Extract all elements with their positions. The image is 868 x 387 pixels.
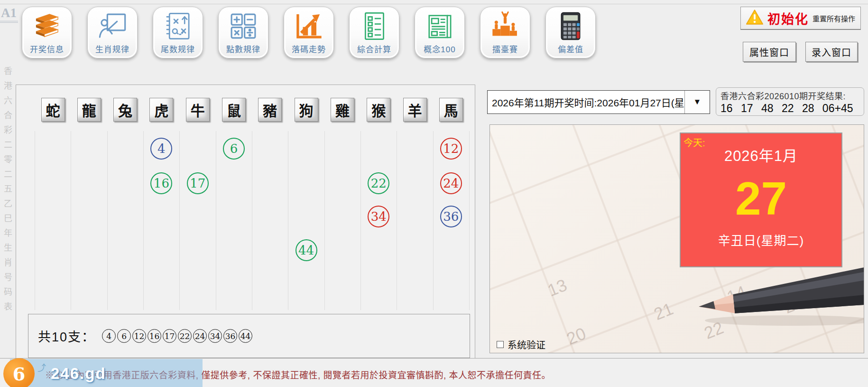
grid-line xyxy=(360,131,361,310)
zodiac-tab-label: 龍 xyxy=(82,99,96,120)
watermark-logo-icon: 6 xyxy=(3,358,35,387)
zodiac-tab-label: 鼠 xyxy=(227,99,241,120)
toolbar-button-strategy-notebook[interactable]: 尾数规律 xyxy=(153,7,203,58)
toolbar-button-newspaper[interactable]: 概念100 xyxy=(415,7,465,58)
ball-36: 36 xyxy=(440,206,462,227)
left-vertical-title: 香港六合彩二零二五乙巳年生肖号码表 xyxy=(1,66,13,337)
toolbar-button-teacher-board[interactable]: 生肖规律 xyxy=(87,7,138,58)
ball-17: 17 xyxy=(187,172,209,194)
date-card: 今天: 2026年1月 27 辛丑日(星期二) xyxy=(680,132,842,267)
toolbar-button-podium[interactable]: 擂臺賽 xyxy=(480,7,530,58)
result-box: 香港六合彩2026010期开奖结果: 16 17 48 22 28 06+45 xyxy=(716,87,864,116)
entry-window-button[interactable]: 录入窗口 xyxy=(805,42,858,62)
ball-34: 34 xyxy=(368,206,389,227)
grid-line xyxy=(216,131,216,310)
top-divider xyxy=(0,4,868,4)
grid-line xyxy=(324,131,325,310)
books-icon xyxy=(22,7,72,41)
zodiac-tab-1[interactable]: 蛇 xyxy=(41,98,65,122)
calendar-day: 27 xyxy=(681,174,841,223)
toolbar-button-trend-chart[interactable]: 落碼走勢 xyxy=(284,7,334,58)
zodiac-tab-label: 馬 xyxy=(444,99,458,120)
init-button[interactable]: 初始化 重置所有操作 xyxy=(740,7,861,30)
toolbar-button-math-operators[interactable]: 點數規律 xyxy=(218,7,268,58)
period-dropdown[interactable]: 2026年第11期开奖时间:2026年01月27日(星期二) ▼ xyxy=(487,90,710,114)
ball-6: 6 xyxy=(223,138,245,160)
zodiac-chart-panel: 蛇龍兔虎牛鼠豬狗雞猴羊馬 461216172224343644 共10支： 46… xyxy=(16,85,475,364)
calendar-panel: 131421202229 今天: 2026年1月 27 辛丑日(星期二) xyxy=(489,124,864,353)
zodiac-tab-label: 虎 xyxy=(154,99,168,120)
init-button-label: 初始化 xyxy=(767,9,809,28)
zodiac-tab-label: 兔 xyxy=(118,99,132,120)
summary-ball-24: 24 xyxy=(193,329,207,343)
grid-line xyxy=(107,131,108,310)
result-title: 香港六合彩2026010期开奖结果: xyxy=(720,89,859,102)
grid-line xyxy=(35,131,35,310)
zodiac-tab-label: 羊 xyxy=(408,99,422,120)
system-verify-label: 系统验证 xyxy=(508,338,545,351)
zodiac-tab-9[interactable]: 雞 xyxy=(331,98,354,122)
newspaper-icon xyxy=(415,7,464,41)
summary-numbers: 461216172224343644 xyxy=(102,329,254,343)
grid-line xyxy=(179,131,180,310)
app-window: A1 开奖信息 生肖规律 尾数规律 點數規律 xyxy=(0,0,868,387)
ball-24: 24 xyxy=(440,172,462,194)
checklist-icon xyxy=(350,7,399,41)
checkbox-box[interactable] xyxy=(497,341,504,348)
zodiac-tab-label: 蛇 xyxy=(46,99,60,120)
summary-box: 共10支： 461216172224343644 xyxy=(28,314,470,358)
system-verify-checkbox[interactable]: 系统验证 xyxy=(497,338,545,351)
grid-line xyxy=(469,131,470,310)
zodiac-tab-10[interactable]: 猴 xyxy=(367,98,390,122)
zodiac-tab-label: 豬 xyxy=(263,99,277,120)
toolbar-button-label: 偏差值 xyxy=(546,43,595,55)
zodiac-tab-8[interactable]: 狗 xyxy=(295,98,318,122)
toolbar-button-calculator[interactable]: 偏差值 xyxy=(545,7,596,58)
watermark: 6 ⤴ 246.gd xyxy=(10,359,203,387)
toolbar-button-label: 點數規律 xyxy=(219,43,268,55)
properties-window-button[interactable]: 属性窗口 xyxy=(743,42,796,62)
zodiac-tab-4[interactable]: 虎 xyxy=(149,98,173,122)
zodiac-tab-3[interactable]: 兔 xyxy=(113,98,137,122)
toolbar-button-label: 綜合計算 xyxy=(350,43,399,55)
zodiac-tab-2[interactable]: 龍 xyxy=(77,98,101,122)
toolbar-button-label: 尾数规律 xyxy=(153,43,203,55)
summary-ball-6: 6 xyxy=(117,329,131,343)
zodiac-tab-6[interactable]: 鼠 xyxy=(222,98,246,122)
today-label: 今天: xyxy=(683,135,705,149)
corner-label: A1 xyxy=(0,6,18,23)
ball-22: 22 xyxy=(368,172,389,194)
summary-ball-22: 22 xyxy=(178,329,192,343)
grid-line xyxy=(397,131,397,310)
zodiac-tab-label: 牛 xyxy=(191,99,205,120)
summary-ball-4: 4 xyxy=(102,329,116,343)
warning-icon xyxy=(746,9,764,28)
zodiac-tab-12[interactable]: 馬 xyxy=(439,98,463,122)
grid-line xyxy=(288,131,288,310)
ball-16: 16 xyxy=(150,172,172,194)
watermark-text: 246.gd xyxy=(51,365,106,383)
calendar-ganzhi: 辛丑日(星期二) xyxy=(681,231,841,248)
toolbar-button-checklist[interactable]: 綜合計算 xyxy=(349,7,399,58)
pencil-image xyxy=(688,267,864,336)
toolbar-button-label: 生肖规律 xyxy=(88,43,137,55)
podium-icon xyxy=(480,7,530,41)
zodiac-tab-label: 雞 xyxy=(335,99,350,120)
grid-line xyxy=(252,131,252,310)
grid-line xyxy=(433,131,434,310)
zodiac-tab-label: 猴 xyxy=(371,99,386,120)
trend-chart-icon xyxy=(284,7,333,41)
toolbar-button-label: 开奖信息 xyxy=(22,43,72,55)
chevron-down-icon[interactable]: ▼ xyxy=(684,91,710,113)
ball-4: 4 xyxy=(150,138,172,160)
zodiac-tab-5[interactable]: 牛 xyxy=(186,98,210,122)
toolbar-button-books[interactable]: 开奖信息 xyxy=(22,7,72,58)
zodiac-tab-7[interactable]: 豬 xyxy=(258,98,282,122)
summary-prefix: 共10支： xyxy=(38,327,95,345)
summary-ball-16: 16 xyxy=(148,329,161,343)
math-operators-icon xyxy=(219,7,268,41)
result-numbers: 16 17 48 22 28 06+45 xyxy=(720,102,859,115)
toolbar-button-label: 落碼走勢 xyxy=(284,43,333,55)
zodiac-tab-11[interactable]: 羊 xyxy=(403,98,427,122)
summary-ball-44: 44 xyxy=(239,329,252,343)
